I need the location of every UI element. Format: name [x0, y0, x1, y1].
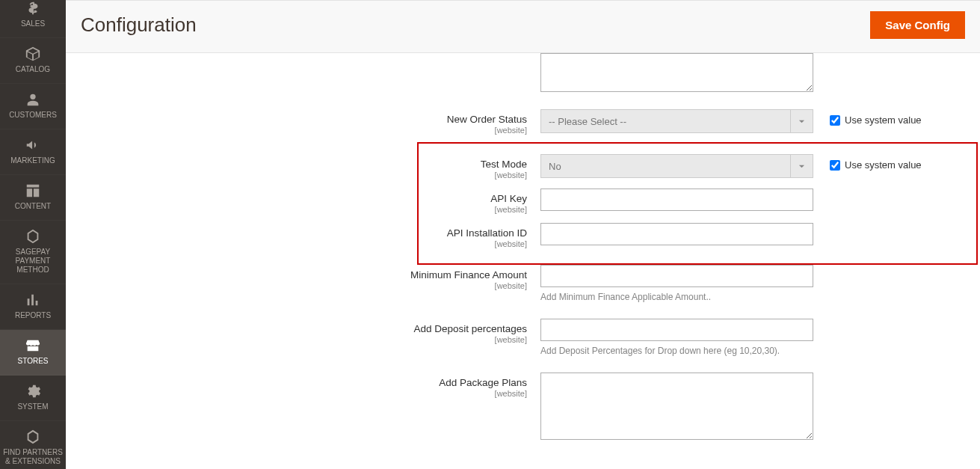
label-api-key: API Key — [490, 193, 527, 204]
label-new-order-status: New Order Status — [447, 114, 527, 125]
nav-marketing[interactable]: MARKETING — [0, 129, 66, 175]
page-title: Configuration — [81, 13, 197, 37]
nav-label: CONTENT — [15, 202, 51, 211]
label-package-plans: Add Package Plans — [439, 377, 527, 388]
scope-label: [website] — [81, 171, 527, 180]
megaphone-icon — [25, 137, 41, 153]
scope-label: [website] — [81, 205, 527, 214]
row-deposit-percentages: Add Deposit percentages [website] Add De… — [81, 319, 965, 356]
page-header: Configuration Save Config — [66, 0, 980, 53]
label-test-mode: Test Mode — [481, 159, 527, 170]
label-deposit-percentages: Add Deposit percentages — [413, 323, 527, 334]
nav-label: STORES — [18, 357, 49, 366]
select-test-mode: No — [540, 154, 813, 178]
nav-customers[interactable]: CUSTOMERS — [0, 84, 66, 129]
dollar-icon — [25, 0, 41, 16]
chevron-down-icon — [790, 110, 813, 132]
hint-min-finance: Add Minimum Finance Applicable Amount.. — [540, 292, 813, 302]
save-config-button[interactable]: Save Config — [870, 11, 965, 39]
nav-label: SAGEPAY PAYMENT METHOD — [3, 248, 63, 275]
input-deposit-percentages[interactable] — [540, 319, 813, 341]
nav-sales[interactable]: SALES — [0, 0, 66, 38]
row-new-order-status: New Order Status [website] -- Please Sel… — [81, 109, 965, 135]
scope-label: [website] — [81, 281, 527, 290]
admin-sidebar: SALES CATALOG CUSTOMERS MARKETING CONTEN… — [0, 0, 66, 469]
scope-label: [website] — [81, 335, 527, 344]
use-system-test-mode[interactable]: Use system value — [813, 154, 922, 171]
hexagon-icon — [25, 228, 41, 245]
hint-deposit-percentages: Add Deposit Percentages for Drop down he… — [540, 346, 813, 356]
input-package-plans[interactable] — [540, 373, 813, 440]
nav-label: CATALOG — [16, 65, 50, 74]
row-package-plans: Add Package Plans [website] — [81, 373, 965, 442]
nav-content[interactable]: CONTENT — [0, 175, 66, 221]
nav-stores[interactable]: STORES — [0, 330, 66, 375]
nav-label: CUSTOMERS — [9, 111, 57, 120]
scope-label: [website] — [81, 389, 527, 398]
nav-partners[interactable]: FIND PARTNERS & EXTENSIONS — [0, 421, 66, 469]
config-content: New Order Status [website] -- Please Sel… — [66, 53, 980, 469]
nav-catalog[interactable]: CATALOG — [0, 38, 66, 84]
row-min-finance: Minimum Finance Amount [website] Add Min… — [81, 265, 965, 302]
box-icon — [25, 46, 41, 62]
use-system-new-order-status[interactable]: Use system value — [813, 109, 922, 126]
row-api-installation-id: API Installation ID [website] — [81, 223, 965, 248]
label-min-finance: Minimum Finance Amount — [410, 269, 527, 281]
label-api-installation-id: API Installation ID — [447, 227, 527, 239]
input-api-key[interactable] — [540, 188, 813, 211]
row-top-textarea — [81, 53, 965, 94]
main-panel: Configuration Save Config New Order Stat… — [66, 0, 980, 469]
input-min-finance[interactable] — [540, 265, 813, 287]
gear-icon — [25, 383, 41, 399]
layout-icon — [25, 183, 41, 199]
input-api-installation-id[interactable] — [540, 223, 813, 245]
bars-icon — [25, 292, 41, 308]
store-icon — [25, 337, 41, 354]
row-api-key: API Key [website] — [81, 188, 965, 214]
nav-label: SALES — [21, 19, 45, 28]
scope-label: [website] — [81, 126, 527, 135]
nav-label: FIND PARTNERS & EXTENSIONS — [3, 448, 63, 466]
chevron-down-icon — [790, 155, 813, 177]
puzzle-icon — [25, 429, 41, 445]
scope-label: [website] — [81, 239, 527, 248]
nav-label: REPORTS — [15, 311, 51, 320]
select-new-order-status: -- Please Select -- — [540, 109, 813, 133]
checkbox-use-system[interactable] — [830, 160, 840, 171]
row-test-mode: Test Mode [website] No Use system value — [81, 154, 965, 180]
nav-system[interactable]: SYSTEM — [0, 375, 66, 421]
nav-sagepay[interactable]: SAGEPAY PAYMENT METHOD — [0, 221, 66, 284]
nav-label: SYSTEM — [17, 402, 48, 411]
input-top-textarea[interactable] — [540, 53, 813, 92]
checkbox-use-system[interactable] — [830, 115, 840, 126]
nav-reports[interactable]: REPORTS — [0, 284, 66, 330]
person-icon — [25, 91, 41, 108]
nav-label: MARKETING — [10, 156, 55, 165]
